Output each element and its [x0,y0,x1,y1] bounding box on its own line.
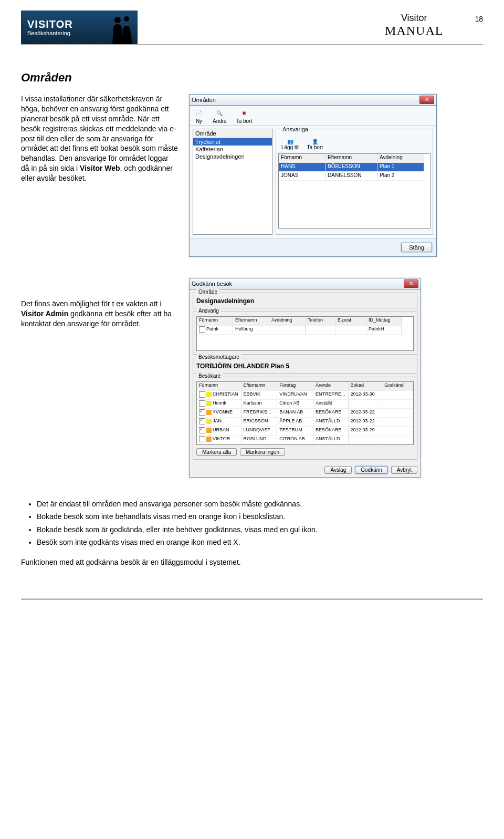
list-item: Bokade besök som är godkända, eller inte… [37,524,483,535]
window-title: Godkänn besök [192,281,232,287]
list-item[interactable]: Designavdelningen [193,153,272,160]
manual-big: MANUAL [385,24,443,38]
checkbox-icon[interactable] [199,418,205,424]
checkbox-icon[interactable] [199,391,205,398]
responsible-grid: Förnamn Efternamn Avdelning Telefon E-po… [196,316,414,351]
area-value: Designavdelningen [196,297,414,305]
page-number: 18 [475,13,483,23]
close-icon[interactable]: ✕ [419,96,434,104]
table-row[interactable]: YVONNEFREDRIKS...BANAN ABBESÖKARE2012-03… [197,409,413,418]
bullet-list: Det är endast till områden med ansvariga… [21,499,483,547]
people-silhouette-icon [108,14,134,44]
page-header: VISITOR Besökshantering Visitor MANUAL 1… [21,11,483,45]
checkbox-icon[interactable] [199,400,205,407]
screenshot-godkann: Godkänn besök ✕ Område Designavdelningen… [189,278,421,478]
edit-icon: 🔍 [215,109,224,117]
approve-button[interactable]: Godkänn [355,466,388,474]
person-remove-icon: 👤 [312,139,318,144]
paragraph-2: Det finns även möjlighet för t ex vakten… [21,278,178,330]
visitor-grid[interactable]: Förnamn Efternamn Företag Ärende Bokad G… [196,381,414,445]
paragraph-1: I vissa installationer där säkerhetskrav… [21,94,178,184]
table-row[interactable]: JONAS DANIELSSON Plan 2 [279,172,430,181]
list-item: Besök som inte godkänts visas med en ora… [37,537,483,547]
table-row[interactable]: HANS BÖRJESSON Plan 1 [279,163,430,172]
delete-icon: ✖ [240,109,248,117]
area-list[interactable]: Område Tryckeriet Kaffeterian Designavde… [193,129,272,235]
select-all-button[interactable]: Markera alla [196,448,237,456]
table-row[interactable]: HenrikKarlssonCitron ABAnställd [197,400,413,409]
responsible-grid[interactable]: Förnamn Efternamn Avdelning HANS BÖRJESS… [278,153,430,229]
delete-button[interactable]: ✖ Ta bort [236,109,253,124]
checkbox-icon[interactable] [199,326,205,333]
checkbox-icon[interactable] [199,409,205,416]
cancel-button[interactable]: Avbryt [391,466,417,474]
status-icon [206,410,212,415]
logo-title: VISITOR [27,18,73,30]
status-icon [206,392,212,397]
status-icon [206,437,212,442]
select-none-button[interactable]: Markera ingen [240,448,285,456]
recipient-value: TORBJÖRN OHLANDER Plan 5 [196,362,414,370]
final-note: Funktionen med att godkänna besök är en … [21,558,483,566]
screenshot-omraden: Områden ✕ 📄 Ny 🔍 Ändra ✖ Ta bort Område … [189,94,437,257]
new-icon: 📄 [195,109,203,117]
new-button[interactable]: 📄 Ny [195,109,203,124]
checkbox-icon[interactable] [199,436,205,442]
status-icon [206,419,212,424]
manual-top: Visitor [385,13,443,24]
logo-subtitle: Besökshantering [27,30,73,36]
window-title: Områden [192,97,216,103]
table-row: Patrik Hellberg PatrikH [197,326,413,335]
add-button[interactable]: 👥 Lägg till [281,139,299,150]
reject-button[interactable]: Avslag [324,466,352,474]
list-item[interactable]: Kaffeterian [193,146,272,153]
person-add-icon: 👥 [287,139,293,144]
table-row[interactable]: VIKTORROSLUNDCITRON ABANSTÄLLD [197,436,413,444]
status-icon [206,428,212,433]
table-row[interactable]: CHRISTIANEBBVIKVINDRUVANENTREPRE...2012-… [197,391,413,400]
footer-rule [21,598,483,600]
table-row[interactable]: JANERICSSONÄPPLE ABANSTÄLLD2012-03-22 [197,418,413,427]
status-icon [206,401,212,406]
list-item[interactable]: Tryckeriet [193,138,272,146]
list-item: Bokade besök som inte behandlats visas m… [37,511,483,522]
close-icon[interactable]: ✕ [404,279,418,288]
remove-button[interactable]: 👤 Ta bort [307,139,323,150]
list-item: Det är endast till områden med ansvariga… [37,499,483,509]
close-button[interactable]: Stäng [401,243,432,252]
section-title: Områden [21,71,483,85]
edit-button[interactable]: 🔍 Ändra [213,109,227,124]
logo: VISITOR Besökshantering [21,11,138,44]
checkbox-icon[interactable] [199,427,205,433]
table-row[interactable]: URBANLUNDQVISTTESTRUMBESÖKARE2012-03-29 [197,427,413,436]
